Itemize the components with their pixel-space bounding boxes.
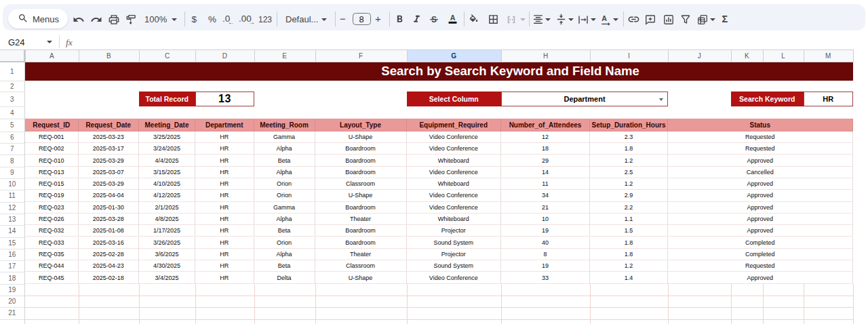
svg-text:A: A (601, 14, 607, 22)
svg-text:A: A (450, 14, 455, 22)
